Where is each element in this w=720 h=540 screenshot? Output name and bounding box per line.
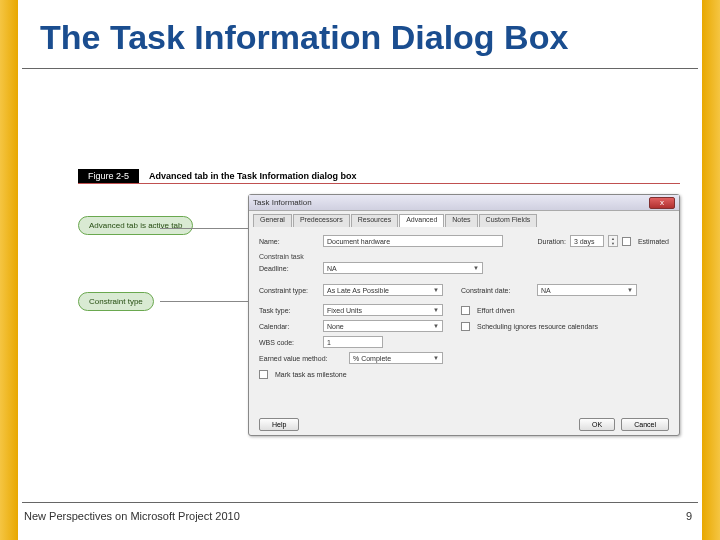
- dialog-tabs: General Predecessors Resources Advanced …: [249, 211, 679, 227]
- slide-title: The Task Information Dialog Box: [40, 18, 568, 57]
- dropdown-icon: ▼: [433, 323, 439, 329]
- page-number: 9: [686, 510, 692, 522]
- gold-bar-right: [702, 0, 720, 540]
- figure-caption: Advanced tab in the Task Information dia…: [139, 169, 366, 183]
- tab-general[interactable]: General: [253, 214, 292, 227]
- effort-driven-label: Effort driven: [477, 307, 515, 314]
- ok-button[interactable]: OK: [579, 418, 615, 431]
- effort-driven-checkbox[interactable]: [461, 306, 470, 315]
- wbs-label: WBS code:: [259, 339, 319, 346]
- footer-text: New Perspectives on Microsoft Project 20…: [24, 510, 240, 522]
- dropdown-icon: ▼: [433, 307, 439, 313]
- task-type-select[interactable]: Fixed Units▼: [323, 304, 443, 316]
- sched-ignores-label: Scheduling ignores resource calendars: [477, 323, 598, 330]
- callout-constraint-type: Constraint type: [78, 292, 154, 311]
- gold-bar-left: [0, 0, 18, 540]
- dropdown-icon: ▼: [473, 265, 479, 271]
- constraint-type-select[interactable]: As Late As Possible▼: [323, 284, 443, 296]
- sched-ignores-checkbox[interactable]: [461, 322, 470, 331]
- dialog-titlebar: Task Information x: [249, 195, 679, 211]
- dialog-title: Task Information: [253, 198, 312, 207]
- tab-predecessors[interactable]: Predecessors: [293, 214, 350, 227]
- milestone-label: Mark task as milestone: [275, 371, 347, 378]
- estimated-label: Estimated: [638, 238, 669, 245]
- evm-label: Earned value method:: [259, 355, 345, 362]
- cancel-button[interactable]: Cancel: [621, 418, 669, 431]
- duration-spinner[interactable]: ▲▼: [608, 235, 618, 247]
- dropdown-icon: ▼: [433, 287, 439, 293]
- constrain-section-label: Constrain task: [259, 253, 669, 260]
- dialog-footer: Help OK Cancel: [249, 418, 679, 431]
- duration-input[interactable]: 3 days: [570, 235, 604, 247]
- close-icon[interactable]: x: [649, 197, 675, 209]
- help-button[interactable]: Help: [259, 418, 299, 431]
- deadline-label: Deadline:: [259, 265, 319, 272]
- callout-advanced-tab: Advanced tab is active tab: [78, 216, 193, 235]
- wbs-input[interactable]: 1: [323, 336, 383, 348]
- duration-label: Duration:: [537, 238, 565, 245]
- name-input[interactable]: Document hardware: [323, 235, 503, 247]
- deadline-input[interactable]: NA▼: [323, 262, 483, 274]
- tab-resources[interactable]: Resources: [351, 214, 398, 227]
- figure-header: Figure 2-5 Advanced tab in the Task Info…: [78, 168, 680, 184]
- task-information-dialog: Task Information x General Predecessors …: [248, 194, 680, 436]
- name-label: Name:: [259, 238, 319, 245]
- dropdown-icon: ▼: [627, 287, 633, 293]
- calendar-label: Calendar:: [259, 323, 319, 330]
- tab-notes[interactable]: Notes: [445, 214, 477, 227]
- constraint-date-input[interactable]: NA▼: [537, 284, 637, 296]
- milestone-checkbox[interactable]: [259, 370, 268, 379]
- calendar-select[interactable]: None▼: [323, 320, 443, 332]
- evm-select[interactable]: % Complete▼: [349, 352, 443, 364]
- tab-advanced[interactable]: Advanced: [399, 214, 444, 227]
- estimated-checkbox[interactable]: [622, 237, 631, 246]
- constraint-date-label: Constraint date:: [461, 287, 533, 294]
- dropdown-icon: ▼: [433, 355, 439, 361]
- dialog-body: Name: Document hardware Duration: 3 days…: [249, 227, 679, 388]
- tab-custom-fields[interactable]: Custom Fields: [479, 214, 538, 227]
- figure-label: Figure 2-5: [78, 169, 139, 183]
- constraint-type-label: Constraint type:: [259, 287, 319, 294]
- callout-constraint-text: Constraint type: [89, 297, 143, 306]
- title-underline: [22, 68, 698, 69]
- footer-line: [22, 502, 698, 503]
- task-type-label: Task type:: [259, 307, 319, 314]
